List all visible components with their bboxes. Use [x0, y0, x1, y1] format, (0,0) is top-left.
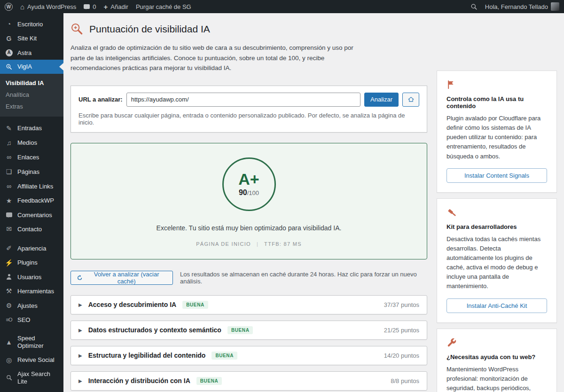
- expand-arrow-icon: ▶: [78, 328, 82, 333]
- section-points: 37/37 puntos: [384, 301, 419, 308]
- paintbrush-icon: ✐: [5, 244, 13, 252]
- sidebar-item-label: Entradas: [17, 125, 42, 132]
- purge-cache-label: Purgar caché de SG: [136, 3, 191, 10]
- sidebar-item-comentarios[interactable]: Comentarios: [0, 208, 63, 222]
- magnifier-plus-icon: [70, 23, 83, 35]
- reanalyze-button[interactable]: Volver a analizar (vaciar caché): [70, 271, 173, 285]
- new-content-label: Añadir: [110, 3, 128, 10]
- section-points: 14/20 puntos: [384, 352, 419, 359]
- thumbs-up-icon: ★: [5, 197, 13, 205]
- settings-sliders-icon: ⚙: [5, 302, 13, 310]
- page-description: Analiza el grado de optimización de tu s…: [70, 43, 358, 73]
- sidebar-item-astra[interactable]: A Astra: [0, 46, 63, 60]
- sidebar-item-ajax-search-lite[interactable]: Ajax Search Lite: [0, 367, 63, 388]
- hammer-icon: [446, 207, 547, 219]
- score-grade: A+: [238, 171, 259, 187]
- url-input[interactable]: [126, 93, 360, 107]
- sidebar-item-usuarios[interactable]: Usuarios: [0, 270, 63, 284]
- section-title: Estructura y legibilidad del contenido: [88, 352, 206, 359]
- sidebar-item-vigilante[interactable]: Vigilante: [0, 389, 63, 392]
- magnifier-plus-icon: [5, 63, 13, 70]
- section-title: Interacción y distribución con IA: [88, 377, 190, 384]
- site-link[interactable]: ⌂ Ayuda WordPress: [20, 3, 76, 10]
- sidebar-item-enlaces[interactable]: ∞ Enlaces: [0, 150, 63, 165]
- url-analyzer-panel: URL a analizar: Analizar Escribe para bu…: [70, 86, 427, 133]
- sidebar-item-label: Apariencia: [17, 245, 46, 252]
- section-interaccion-distribucion[interactable]: ▶ Interacción y distribución con IA BUEN…: [70, 371, 427, 391]
- admin-search-button[interactable]: [470, 3, 478, 10]
- link-icon: ∞: [5, 153, 13, 161]
- anti-cache-kit-card: Kit para desarrolladores Desactiva todas…: [437, 198, 557, 323]
- sidebar-item-speed-optimizer[interactable]: ▲ Speed Optimizer: [0, 331, 63, 353]
- sidebar-item-ajustes[interactable]: ⚙ Ajustes: [0, 298, 63, 313]
- sidebar-item-contacto[interactable]: ✉ Contacto: [0, 222, 63, 236]
- active-menu-notch: [59, 63, 63, 71]
- sidebar-item-label: Enlaces: [17, 154, 39, 161]
- sidebar-item-label: Ajax Search Lite: [17, 370, 61, 385]
- url-help-text: Escribe para buscar cualquier página, en…: [78, 112, 419, 126]
- sidebar-item-label: Site Kit: [17, 35, 37, 42]
- site-name: Ayuda WordPress: [27, 3, 76, 10]
- section-title: Acceso y descubrimiento IA: [88, 301, 177, 308]
- sidebar-item-site-kit[interactable]: G Site Kit: [0, 31, 63, 46]
- comments-link[interactable]: 0: [84, 3, 96, 10]
- sidebar-item-medios[interactable]: ♫ Medios: [0, 136, 63, 150]
- sidebar-item-apariencia[interactable]: ✐ Apariencia: [0, 241, 63, 256]
- wordpress-logo-icon: W: [5, 3, 13, 11]
- comment-bubble-icon: [84, 4, 90, 9]
- score-meta-page: PÁGINA DE INICIO: [196, 241, 251, 247]
- wordpress-menu[interactable]: W: [5, 3, 13, 11]
- sidebar-item-entradas[interactable]: ✎ Entradas: [0, 121, 63, 136]
- aside-column: Controla como la IA usa tu contenido Plu…: [437, 71, 557, 392]
- card-title: ¿Necesitas ayuda con tu web?: [446, 353, 547, 361]
- home-icon: [407, 96, 415, 103]
- sidebar-item-plugins[interactable]: ⚡ Plugins: [0, 256, 63, 270]
- install-anti-cache-kit-button[interactable]: Instalar Anti-Caché Kit: [446, 298, 547, 313]
- section-acceso-descubrimiento[interactable]: ▶ Acceso y descubrimiento IA BUENA 37/37…: [70, 295, 427, 314]
- sidebar-item-paginas[interactable]: ❏ Páginas: [0, 165, 63, 179]
- url-field-label: URL a analizar:: [78, 96, 123, 103]
- sidebar-item-seo[interactable]: ≡O SEO: [0, 313, 63, 327]
- score-meta: PÁGINA DE INICIO | TTFB: 87 MS: [80, 241, 417, 247]
- section-datos-estructurados[interactable]: ▶ Datos estructurados y contexto semánti…: [70, 321, 427, 340]
- analyze-button[interactable]: Analizar: [364, 93, 399, 107]
- dashboard-icon: ◔: [5, 20, 13, 28]
- section-points: 8/8 puntos: [391, 377, 419, 384]
- wrench-icon: [446, 337, 547, 349]
- sidebar-item-label: Affiliate Links: [17, 183, 53, 190]
- sidebar-item-affiliate-links[interactable]: ∞ Affiliate Links: [0, 179, 63, 194]
- home-url-button[interactable]: [402, 93, 419, 107]
- wrench-icon: ⚒: [5, 287, 13, 295]
- card-body: Plugin avalado por Cloudflare para defin…: [446, 114, 547, 161]
- sidebar-item-feedbackwp[interactable]: ★ FeedbackWP: [0, 194, 63, 208]
- install-content-signals-button[interactable]: Instalar Content Signals: [446, 168, 547, 183]
- sidebar-item-label: Contacto: [17, 226, 42, 233]
- plus-icon: +: [104, 3, 108, 11]
- sidebar-item-label: Revive Social: [17, 356, 55, 364]
- astra-logo-icon: A: [5, 49, 13, 56]
- sidebar-item-label: Plugins: [17, 259, 38, 267]
- pages-icon: ❏: [5, 168, 13, 176]
- sidebar-item-label: Speed Optimizer: [17, 335, 61, 349]
- avatar: [551, 2, 559, 11]
- status-badge: BUENA: [182, 301, 208, 309]
- section-estructura-legibilidad[interactable]: ▶ Estructura y legibilidad del contenido…: [70, 346, 427, 365]
- account-menu[interactable]: Hola, Fernando Tellado: [485, 2, 559, 11]
- status-badge: BUENA: [227, 326, 253, 334]
- sidebar-item-vigia[interactable]: VigIA: [0, 60, 63, 74]
- status-badge: BUENA: [196, 377, 222, 385]
- sidebar-item-escritorio[interactable]: ◔ Escritorio: [0, 17, 63, 31]
- comments-count: 0: [93, 3, 96, 10]
- sidebar-item-herramientas[interactable]: ⚒ Herramientas: [0, 284, 63, 298]
- submenu-item-analitica[interactable]: Analítica: [0, 89, 63, 101]
- purge-cache-link[interactable]: Purgar caché de SG: [136, 3, 191, 10]
- submenu-item-visibilidad-ia[interactable]: Visibilidad IA: [0, 77, 63, 89]
- media-icon: ♫: [5, 139, 13, 147]
- new-content-link[interactable]: + Añadir: [104, 3, 128, 11]
- sidebar-item-revive-social[interactable]: ◎ Revive Social: [0, 353, 63, 368]
- vigia-submenu: Visibilidad IA Analítica Extras: [0, 74, 63, 117]
- sidebar-item-label: Comentarios: [17, 212, 52, 219]
- page-title: Puntuación de visibilidad IA: [89, 24, 210, 35]
- submenu-item-extras[interactable]: Extras: [0, 101, 63, 112]
- score-meta-ttfb: TTFB: 87 MS: [264, 241, 302, 247]
